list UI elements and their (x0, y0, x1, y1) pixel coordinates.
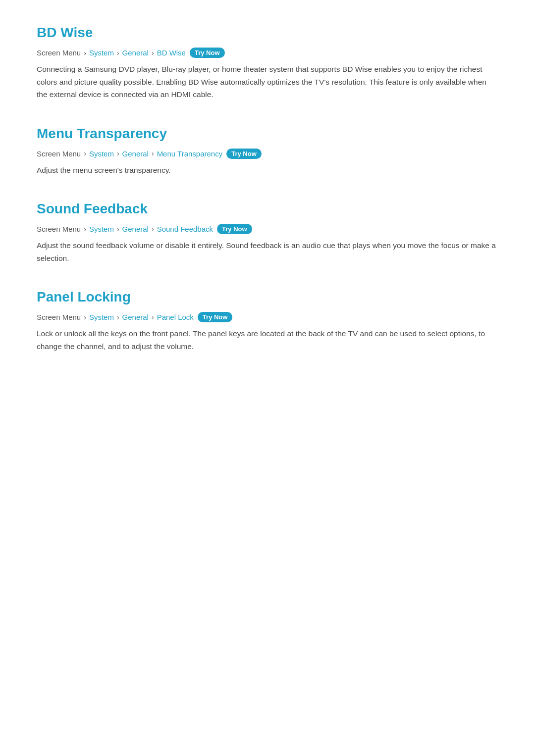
breadcrumb-separator: › (117, 225, 119, 233)
section-title-panel-locking: Panel Locking (37, 289, 498, 305)
section-desc-menu-transparency: Adjust the menu screen's transparency. (37, 164, 498, 177)
breadcrumb-link-system[interactable]: System (89, 49, 114, 57)
try-now-badge-menu-transparency[interactable]: Try Now (226, 149, 262, 159)
breadcrumb-separator: › (117, 49, 119, 57)
breadcrumb-link-system[interactable]: System (89, 150, 114, 158)
page-content: BD WiseScreen Menu › System › General › … (37, 25, 498, 353)
breadcrumb-separator: › (84, 150, 86, 157)
breadcrumb-separator: › (84, 49, 86, 57)
try-now-badge-panel-locking[interactable]: Try Now (198, 312, 233, 322)
breadcrumb-screen-menu: Screen Menu (37, 225, 81, 233)
section-menu-transparency: Menu TransparencyScreen Menu › System › … (37, 126, 498, 177)
breadcrumb-screen-menu: Screen Menu (37, 150, 81, 158)
breadcrumb-screen-menu: Screen Menu (37, 313, 81, 321)
section-desc-sound-feedback: Adjust the sound feedback volume or disa… (37, 239, 498, 264)
breadcrumb-separator: › (84, 313, 86, 321)
section-sound-feedback: Sound FeedbackScreen Menu › System › Gen… (37, 201, 498, 264)
breadcrumb-separator: › (117, 313, 119, 321)
breadcrumb-sound-feedback: Screen Menu › System › General › Sound F… (37, 224, 498, 234)
section-desc-bd-wise: Connecting a Samsung DVD player, Blu-ray… (37, 63, 498, 101)
breadcrumb-link-general[interactable]: General (122, 49, 149, 57)
breadcrumb-link-sound-feedback[interactable]: Sound Feedback (157, 225, 213, 233)
breadcrumb-bd-wise: Screen Menu › System › General › BD Wise… (37, 48, 498, 58)
try-now-badge-sound-feedback[interactable]: Try Now (217, 224, 252, 234)
section-title-bd-wise: BD Wise (37, 25, 498, 41)
section-bd-wise: BD WiseScreen Menu › System › General › … (37, 25, 498, 101)
section-title-sound-feedback: Sound Feedback (37, 201, 498, 217)
breadcrumb-separator: › (152, 150, 154, 157)
breadcrumb-separator: › (152, 49, 154, 57)
section-panel-locking: Panel LockingScreen Menu › System › Gene… (37, 289, 498, 353)
breadcrumb-link-panel-lock[interactable]: Panel Lock (157, 313, 194, 321)
breadcrumb-separator: › (84, 225, 86, 233)
breadcrumb-link-bd-wise[interactable]: BD Wise (157, 49, 186, 57)
breadcrumb-separator: › (152, 225, 154, 233)
try-now-badge-bd-wise[interactable]: Try Now (190, 48, 225, 58)
breadcrumb-screen-menu: Screen Menu (37, 49, 81, 57)
breadcrumb-link-system[interactable]: System (89, 225, 114, 233)
breadcrumb-panel-locking: Screen Menu › System › General › Panel L… (37, 312, 498, 322)
breadcrumb-separator: › (152, 313, 154, 321)
breadcrumb-link-general[interactable]: General (122, 150, 149, 158)
breadcrumb-menu-transparency: Screen Menu › System › General › Menu Tr… (37, 149, 498, 159)
section-title-menu-transparency: Menu Transparency (37, 126, 498, 142)
breadcrumb-link-general[interactable]: General (122, 313, 149, 321)
breadcrumb-link-menu-transparency[interactable]: Menu Transparency (157, 150, 223, 158)
breadcrumb-link-general[interactable]: General (122, 225, 149, 233)
breadcrumb-separator: › (117, 150, 119, 157)
breadcrumb-link-system[interactable]: System (89, 313, 114, 321)
section-desc-panel-locking: Lock or unlock all the keys on the front… (37, 327, 498, 353)
